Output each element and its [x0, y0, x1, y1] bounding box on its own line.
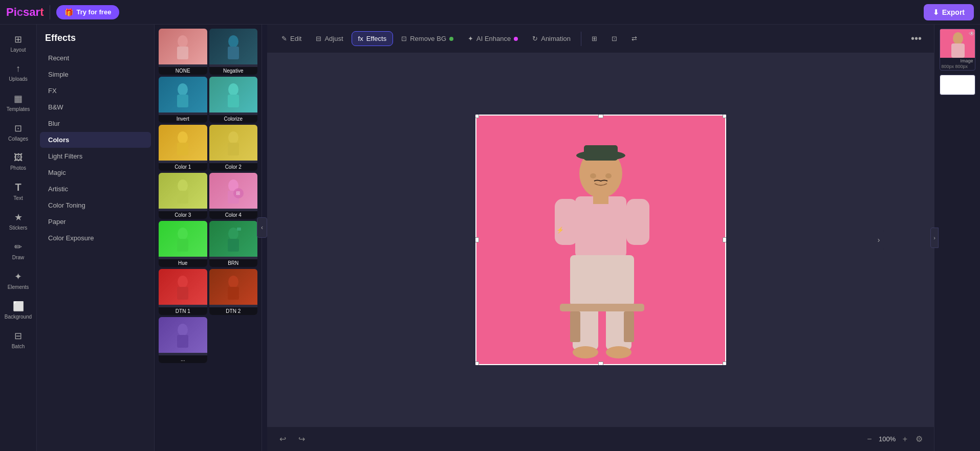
filter-color4-label: Color 4 [209, 211, 258, 219]
canvas-wrapper: ⚡ ↻ [267, 53, 934, 426]
undo-icon: ↩ [279, 434, 286, 444]
sidebar-label-batch: Batch [12, 344, 25, 349]
handle-top-middle[interactable] [598, 115, 603, 118]
effects-nav-simple[interactable]: Simple [40, 66, 151, 82]
redo-button[interactable]: ↪ [294, 431, 309, 447]
uploads-icon: ↑ [16, 63, 20, 74]
left-sidebar: ⊞ Layout ↑ Uploads ▦ Templates ⊡ Collage… [0, 25, 37, 451]
filter-hue[interactable]: Hue [159, 221, 207, 267]
image-height: 800px [955, 64, 968, 69]
effects-nav-blur[interactable]: Blur [40, 116, 151, 131]
crop-button[interactable]: ⊡ [605, 32, 623, 46]
sidebar-item-uploads[interactable]: ↑ Uploads [2, 58, 35, 87]
filter-negative[interactable]: Negative [209, 29, 258, 75]
sidebar-item-elements[interactable]: ✦ Elements [2, 266, 35, 295]
sidebar-item-layout[interactable]: ⊞ Layout [2, 29, 35, 57]
handle-bottom-right[interactable] [723, 362, 726, 365]
effects-nav-fx[interactable]: FX [40, 83, 151, 99]
ai-enhance-button[interactable]: ✦ AI Enhance [462, 32, 524, 46]
effects-nav-magic[interactable]: Magic [40, 165, 151, 181]
sidebar-item-stickers[interactable]: ★ Stickers [2, 207, 35, 235]
more-options-button[interactable]: ••• [907, 31, 926, 47]
effects-nav-recent[interactable]: Recent [40, 50, 151, 66]
align-button[interactable]: ⊞ [585, 32, 603, 46]
image-thumbnail-card[interactable]: 👁 Image 800px 800px [940, 29, 975, 71]
canvas-settings-button[interactable]: ⚙ [912, 431, 926, 447]
zoom-level: 100% [877, 435, 898, 443]
effects-nav-paper[interactable]: Paper [40, 214, 151, 230]
sidebar-item-collages[interactable]: ⊡ Collages [2, 118, 35, 146]
layout-icon: ⊞ [14, 34, 22, 45]
filter-color4[interactable]: ⊞ Color 4 [209, 173, 258, 219]
svg-point-25 [228, 276, 238, 288]
filter-none[interactable]: NONE [159, 29, 207, 75]
effects-nav-colors[interactable]: Colors [40, 132, 151, 148]
effects-button[interactable]: fx Effects [352, 31, 394, 46]
svg-rect-13 [177, 191, 188, 204]
sidebar-item-photos[interactable]: 🖼 Photos [2, 147, 35, 176]
right-panel-toggle[interactable]: › [930, 228, 939, 248]
collages-icon: ⊡ [14, 123, 22, 134]
edit-icon: ✎ [281, 35, 287, 42]
undo-button[interactable]: ↩ [275, 431, 290, 447]
effects-nav-light-filters[interactable]: Light Filters [40, 148, 151, 164]
handle-top-left[interactable] [475, 115, 479, 118]
effects-nav-artistic[interactable]: Artistic [40, 181, 151, 197]
right-panel: › 👁 Image 800px 800px [934, 25, 980, 451]
sidebar-label-uploads: Uploads [9, 76, 28, 82]
edit-button[interactable]: ✎ Edit [275, 32, 308, 46]
sidebar-item-text[interactable]: T Text [2, 177, 35, 206]
filter-extra[interactable]: ... [159, 317, 207, 363]
filter-color4-preview: ⊞ [209, 173, 258, 209]
filter-brn[interactable]: BRN [209, 221, 258, 267]
remove-bg-button[interactable]: ⊡ Remove BG [395, 32, 460, 46]
effects-nav: Recent Simple FX B&W Blur Colors Light F… [37, 48, 154, 451]
filter-invert-preview [159, 77, 207, 112]
effects-nav-color-exposure[interactable]: Color Exposure [40, 230, 151, 246]
filter-none-preview [159, 29, 207, 64]
sidebar-item-background[interactable]: ⬜ Background [2, 296, 35, 324]
animation-button[interactable]: ↻ Animation [526, 32, 577, 46]
effects-nav-color-toning[interactable]: Color Toning [40, 197, 151, 213]
handle-middle-left[interactable] [475, 237, 479, 242]
canvas-container: ⚡ ↻ [475, 115, 726, 365]
filter-color3-label: Color 3 [159, 211, 207, 219]
svg-rect-5 [177, 95, 188, 107]
filter-color2[interactable]: Color 2 [209, 125, 258, 171]
background-layer-thumbnail[interactable] [940, 75, 975, 95]
main-layout: ⊞ Layout ↑ Uploads ▦ Templates ⊡ Collage… [0, 25, 980, 451]
zoom-in-icon: + [903, 435, 907, 443]
handle-bottom-left[interactable] [475, 362, 479, 365]
filter-dtn2-label: DTN 2 [209, 307, 258, 315]
effects-nav-bw[interactable]: B&W [40, 99, 151, 115]
sidebar-item-draw[interactable]: ✏ Draw [2, 236, 35, 265]
adjust-button[interactable]: ⊟ Adjust [310, 32, 349, 46]
filter-colorize[interactable]: Colorize [209, 77, 258, 123]
layer-visibility-button[interactable]: 👁 [969, 30, 975, 37]
export-button[interactable]: ⬇ Export [924, 4, 974, 20]
filter-color2-preview [209, 125, 258, 161]
try-free-button[interactable]: 🎁 Try for free [56, 5, 119, 19]
flip-button[interactable]: ⇄ [625, 32, 643, 46]
canvas-next-button[interactable]: › [874, 230, 884, 250]
collapse-panel-button[interactable]: ‹ [257, 217, 267, 238]
sidebar-label-templates: Templates [7, 106, 30, 112]
effects-panel-title: Effects [37, 25, 154, 48]
zoom-out-button[interactable]: − [864, 433, 875, 446]
filter-grid-wrapper: NONE Negative [155, 25, 262, 451]
filter-color1[interactable]: Color 1 [159, 125, 207, 171]
zoom-in-button[interactable]: + [900, 433, 910, 446]
stickers-icon: ★ [14, 212, 23, 223]
filter-invert[interactable]: Invert [159, 77, 207, 123]
handle-bottom-middle[interactable] [598, 362, 603, 365]
handle-top-right[interactable] [723, 115, 726, 118]
filter-dtn1[interactable]: DTN 1 [159, 269, 207, 315]
sidebar-item-templates[interactable]: ▦ Templates [2, 88, 35, 117]
ai-enhance-icon: ✦ [468, 35, 473, 42]
filter-dtn2[interactable]: DTN 2 [209, 269, 258, 315]
logo: Picsart [6, 6, 43, 19]
sidebar-item-batch[interactable]: ⊟ Batch [2, 325, 35, 354]
handle-middle-right[interactable] [723, 237, 726, 242]
filter-color3[interactable]: Color 3 [159, 173, 207, 219]
canvas-image[interactable]: ⚡ ↻ [475, 115, 726, 365]
